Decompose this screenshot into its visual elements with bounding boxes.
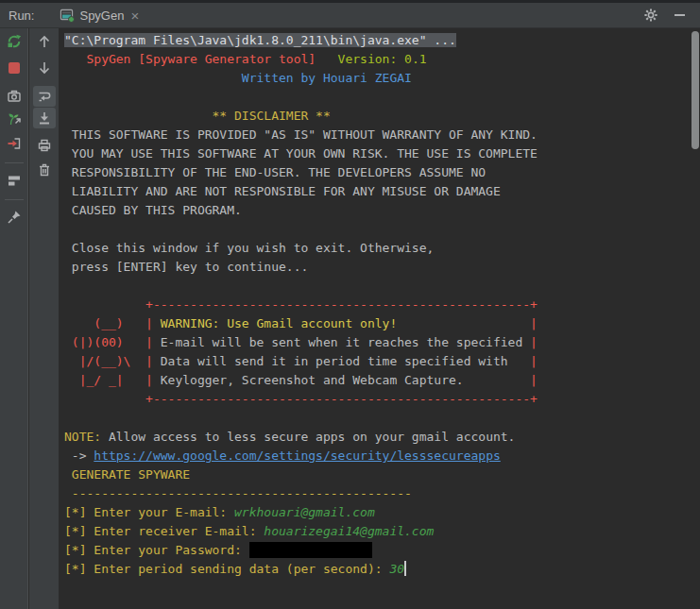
console-text-segment: |/(__)\ | xyxy=(64,354,153,368)
console-text-segment: Keylogger, Screenshot and Webcam Capture… xyxy=(153,373,464,387)
console-line: -> https://www.google.com/settings/secur… xyxy=(64,447,700,465)
console-line: [*] Enter period sending data (per secon… xyxy=(64,560,700,579)
hide-minimize-icon[interactable] xyxy=(668,4,691,26)
console-line: press [ENTER] key to continue... xyxy=(64,258,700,277)
console-text-segment xyxy=(64,52,86,66)
console-text-segment: | xyxy=(530,373,538,387)
console-line: THIS SOFTWARE IS PROVIDED "AS IS" WITHOU… xyxy=(64,126,700,144)
camera-snapshot-icon[interactable] xyxy=(3,85,26,108)
exit-icon[interactable] xyxy=(3,132,26,155)
console-text-segment: Allow access to less secure apps on your… xyxy=(101,430,515,444)
console-text-segment: WARNING: Use Gmail account only! xyxy=(153,316,397,330)
console-text-segment: LIABILITY AND ARE NOT RESPONSIBLE FOR AN… xyxy=(64,184,501,198)
console-text-segment: [*] Enter your E-mail: xyxy=(64,505,234,519)
console-text-segment: YOU MAY USE THIS SOFTWARE AT YOUR OWN RI… xyxy=(64,146,538,161)
console-line: Close this window if you wish to exit. O… xyxy=(64,239,700,258)
lesssecureapps-link[interactable]: https://www.google.com/settings/security… xyxy=(94,448,500,463)
console-text-segment: |_/ _| | xyxy=(64,373,153,387)
console-text-segment: [*] Enter receiver E-mail: xyxy=(64,524,264,538)
print-icon[interactable] xyxy=(33,134,56,157)
console-text-segment: GENERATE SPYWARE xyxy=(72,467,190,482)
console-text-segment: NOTE: xyxy=(64,430,101,444)
thread-dump-icon[interactable] xyxy=(3,108,26,130)
console-line: ----------------------------------------… xyxy=(64,484,700,503)
console-text-segment: [*] Enter period sending data (per secon… xyxy=(64,562,389,576)
console-line: YOU MAY USE THIS SOFTWARE AT YOUR OWN RI… xyxy=(64,144,700,163)
console-text-segment: -> xyxy=(64,448,94,463)
console-line: "C:\Program Files\Java\jdk1.8.0_211\bin\… xyxy=(64,31,700,50)
console-line: ** DISCLAIMER ** xyxy=(64,107,700,126)
tab-close-icon[interactable]: × xyxy=(128,8,141,23)
console-line: |/(__)\ | Data will send it in period ti… xyxy=(64,352,700,371)
console-line: CAUSED BY THIS PROGRAM. xyxy=(64,201,700,220)
console-text-segment: ** DISCLAIMER ** xyxy=(213,109,331,123)
stop-square-glyph xyxy=(9,62,20,74)
console-text-segment: (__) | xyxy=(64,316,153,330)
console-output[interactable]: "C:\Program Files\Java\jdk1.8.0_211\bin\… xyxy=(59,28,700,609)
run-console-icon xyxy=(60,8,75,23)
console-toolbar xyxy=(29,28,59,609)
console-text-segment xyxy=(64,486,72,500)
console-line: |_/ _| | Keylogger, Screenshot and Webca… xyxy=(64,371,700,390)
console-text-segment xyxy=(64,467,72,482)
console-text-segment: (|)(00) | xyxy=(64,335,153,349)
console-text-segment: THIS SOFTWARE IS PROVIDED "AS IS" WITHOU… xyxy=(64,127,538,142)
toolbar-separator xyxy=(5,162,24,163)
stop-icon[interactable] xyxy=(3,57,26,79)
console-line: +---------------------------------------… xyxy=(64,296,700,314)
console-line: RESPONSIBILITY OF THE END-USER. THE DEVE… xyxy=(64,163,700,182)
run-tool-window: Run: SpyGen × xyxy=(0,0,700,609)
console-text-segment xyxy=(64,71,242,85)
console-text-segment: "C:\Program Files\Java\jdk1.8.0_211\bin\… xyxy=(64,33,456,47)
console-text-segment xyxy=(316,52,337,66)
rerun-icon[interactable] xyxy=(3,30,26,53)
console-text-segment: Close this window if you wish to exit. O… xyxy=(64,241,434,255)
console-line: NOTE: Allow access to less secure apps o… xyxy=(64,428,700,447)
restore-layout-icon[interactable] xyxy=(3,169,26,192)
console-line: Written by Houari ZEGAI xyxy=(64,69,700,88)
console-text-segment xyxy=(508,354,530,368)
console-text-segment: Written by Houari ZEGAI xyxy=(242,71,412,85)
console-text-segment: SpyGen [Spyware Generator tool] xyxy=(86,52,316,66)
console-line xyxy=(64,88,700,107)
console-line: (|)(00) | E-mail will be sent when it re… xyxy=(64,333,700,352)
console-text-segment: houarizegai14@gmail.com xyxy=(264,524,434,538)
console-text-segment: Version: 0.1 xyxy=(338,52,427,66)
console-line: SpyGen [Spyware Generator tool] Version:… xyxy=(64,50,700,69)
console-scrollbar-track xyxy=(690,28,700,609)
run-toolbar xyxy=(0,28,28,609)
run-titlebar: Run: SpyGen × xyxy=(0,3,700,28)
console-text-segment: +---------------------------------------… xyxy=(64,392,538,406)
soft-wrap-icon[interactable] xyxy=(33,86,56,107)
console-line: +---------------------------------------… xyxy=(64,390,700,409)
console-scrollbar-thumb[interactable] xyxy=(691,31,699,149)
console-text-segment xyxy=(464,373,530,387)
scroll-to-end-icon[interactable] xyxy=(33,108,56,128)
toolbar-separator xyxy=(5,199,24,200)
minimize-glyph xyxy=(674,14,685,16)
console-line xyxy=(64,277,700,296)
console-text-segment: +---------------------------------------… xyxy=(64,297,538,312)
console-text-segment: wrkhouari@gmail.com xyxy=(234,505,375,519)
tab-spygen[interactable]: SpyGen × xyxy=(51,3,149,27)
console-line xyxy=(64,409,700,428)
console-text-segment: ----------------------------------------… xyxy=(72,486,412,500)
console-text-segment: | xyxy=(530,335,538,349)
console-text-segment: | xyxy=(530,316,538,330)
console-line: [*] Enter receiver E-mail: houarizegai14… xyxy=(64,522,700,541)
console-text-segment xyxy=(64,109,213,123)
up-stack-trace-icon[interactable] xyxy=(33,30,56,53)
console-text-segment: press [ENTER] key to continue... xyxy=(64,260,308,274)
console-line: [*] Enter your Password: xyxy=(64,541,700,560)
pin-tab-icon[interactable] xyxy=(3,206,26,228)
console-line: (__) | WARNING: Use Gmail account only! … xyxy=(64,314,700,333)
input-caret xyxy=(404,561,406,576)
console-line: [*] Enter your E-mail: wrkhouari@gmail.c… xyxy=(64,503,700,522)
settings-gear-icon[interactable] xyxy=(640,4,662,26)
console-line: LIABILITY AND ARE NOT RESPONSIBLE FOR AN… xyxy=(64,182,700,201)
console-text-segment: RESPONSIBILITY OF THE END-USER. THE DEVE… xyxy=(64,165,486,179)
console-line: GENERATE SPYWARE xyxy=(64,465,700,484)
clear-all-trash-icon[interactable] xyxy=(33,159,56,181)
down-stack-trace-icon[interactable] xyxy=(33,57,56,79)
console-text-segment: E-mail will be sent when it reaches the … xyxy=(153,335,530,349)
